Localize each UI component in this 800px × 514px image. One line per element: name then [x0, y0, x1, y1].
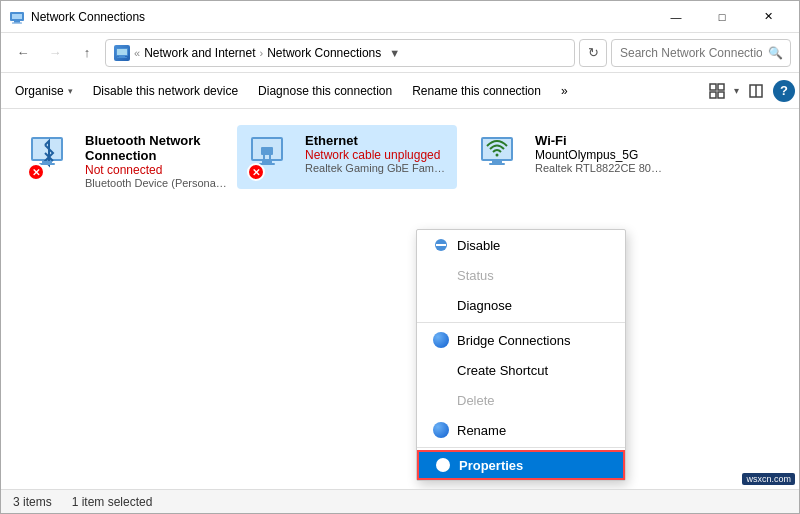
ctx-bridge-label: Bridge Connections	[457, 333, 609, 348]
ctx-diagnose-icon	[433, 297, 449, 313]
refresh-button[interactable]: ↻	[579, 39, 607, 67]
content-area: ✕ Bluetooth Network Connection Not conne…	[1, 109, 799, 489]
svg-rect-21	[261, 147, 273, 155]
diagnose-button[interactable]: Diagnose this connection	[248, 76, 402, 106]
organise-chevron: ▾	[68, 86, 73, 96]
selected-count: 1 item selected	[72, 495, 153, 509]
bridge-icon	[433, 332, 449, 348]
rename-label: Rename this connection	[412, 84, 541, 98]
preview-icon	[748, 83, 764, 99]
up-button[interactable]: ↑	[73, 39, 101, 67]
svg-rect-8	[710, 84, 716, 90]
disable-icon	[433, 237, 449, 253]
window: Network Connections — □ ✕ ← → ↑ « Networ…	[0, 0, 800, 514]
ethernet-status: Network cable unplugged	[305, 148, 447, 162]
bridge-blue-icon	[433, 332, 449, 348]
breadcrumb-icon	[114, 45, 130, 61]
breadcrumb-dropdown[interactable]: ▼	[385, 47, 404, 59]
ctx-rename[interactable]: Rename	[417, 415, 625, 445]
properties-gear-icon	[436, 458, 450, 472]
rename-button[interactable]: Rename this connection	[402, 76, 551, 106]
back-button[interactable]: ←	[9, 39, 37, 67]
ctx-properties-label: Properties	[459, 458, 607, 473]
ctx-delete-label: Delete	[457, 393, 609, 408]
svg-rect-3	[12, 22, 22, 23]
ethernet-info: Ethernet Network cable unplugged Realtek…	[305, 133, 447, 174]
help-button[interactable]: ?	[773, 80, 795, 102]
breadcrumb-chevron-1: «	[134, 47, 140, 59]
network-items-panel: ✕ Bluetooth Network Connection Not conne…	[1, 109, 799, 489]
view-chevron: ▾	[734, 85, 739, 96]
address-bar: ← → ↑ « Network and Internet › Network C…	[1, 33, 799, 73]
more-button[interactable]: »	[551, 76, 578, 106]
breadcrumb-part-2[interactable]: Network Connections	[267, 46, 381, 60]
close-button[interactable]: ✕	[745, 1, 791, 33]
window-title: Network Connections	[31, 10, 653, 24]
svg-rect-11	[718, 92, 724, 98]
svg-rect-2	[14, 21, 20, 23]
svg-rect-6	[119, 56, 125, 57]
ethernet-icon-wrap: ✕	[247, 133, 295, 181]
ctx-bridge[interactable]: Bridge Connections	[417, 325, 625, 355]
organise-button[interactable]: Organise ▾	[5, 76, 83, 106]
ctx-status[interactable]: Status	[417, 260, 625, 290]
properties-icon	[435, 457, 451, 473]
ctx-status-icon	[433, 267, 449, 283]
diagnose-label: Diagnose this connection	[258, 84, 392, 98]
ctx-shortcut-label: Create Shortcut	[457, 363, 609, 378]
svg-rect-28	[492, 161, 502, 163]
wifi-info: Wi-Fi MountOlympus_5G Realtek RTL8822CE …	[535, 133, 667, 174]
svg-rect-9	[718, 84, 724, 90]
ctx-rename-icon	[433, 422, 449, 438]
ctx-disable[interactable]: Disable	[417, 230, 625, 260]
svg-rect-29	[489, 163, 505, 165]
bluetooth-icon-wrap: ✕	[27, 133, 75, 181]
svg-rect-1	[12, 14, 22, 19]
forward-button[interactable]: →	[41, 39, 69, 67]
maximize-button[interactable]: □	[699, 1, 745, 33]
breadcrumb-chevron-2: ›	[260, 47, 264, 59]
bluetooth-error-icon: ✕	[27, 163, 45, 181]
breadcrumb-part-1[interactable]: Network and Internet	[144, 46, 255, 60]
wifi-monitor-icon	[477, 133, 517, 173]
svg-rect-10	[710, 92, 716, 98]
wifi-name: Wi-Fi	[535, 133, 667, 148]
organise-label: Organise	[15, 84, 64, 98]
bluetooth-info: Bluetooth Network Connection Not connect…	[85, 133, 227, 189]
ctx-diagnose-label: Diagnose	[457, 298, 609, 313]
svg-rect-7	[117, 57, 127, 58]
ctx-separator-1	[417, 322, 625, 323]
search-input[interactable]	[611, 39, 791, 67]
ctx-properties[interactable]: Properties	[417, 450, 625, 480]
view-toggle-button[interactable]	[702, 76, 732, 106]
watermark-badge: wsxcn.com	[742, 473, 795, 485]
ethernet-adapter: Realtek Gaming GbE Family Contr...	[305, 162, 447, 174]
disable-label: Disable this network device	[93, 84, 238, 98]
status-bar: 3 items 1 item selected	[1, 489, 799, 513]
minimize-button[interactable]: —	[653, 1, 699, 33]
bluetooth-adapter: Bluetooth Device (Personal Area ...	[85, 177, 227, 189]
network-item-bluetooth[interactable]: ✕ Bluetooth Network Connection Not conne…	[17, 125, 237, 197]
svg-rect-5	[117, 49, 127, 55]
disable-svg-icon	[434, 238, 448, 252]
ctx-shortcut-icon	[433, 362, 449, 378]
title-bar: Network Connections — □ ✕	[1, 1, 799, 33]
ctx-separator-2	[417, 447, 625, 448]
search-icon: 🔍	[768, 46, 783, 60]
wifi-adapter: Realtek RTL8822CE 802.11ac PCIe ...	[535, 162, 667, 174]
preview-button[interactable]	[741, 76, 771, 106]
ctx-diagnose[interactable]: Diagnose	[417, 290, 625, 320]
ctx-disable-label: Disable	[457, 238, 609, 253]
network-item-wifi[interactable]: Wi-Fi MountOlympus_5G Realtek RTL8822CE …	[457, 125, 677, 189]
network-item-ethernet[interactable]: ✕ Ethernet Network cable unplugged Realt…	[237, 125, 457, 189]
disable-button[interactable]: Disable this network device	[83, 76, 248, 106]
bluetooth-name: Bluetooth Network Connection	[85, 133, 227, 163]
ctx-delete[interactable]: Delete	[417, 385, 625, 415]
svg-rect-24	[262, 161, 272, 163]
wifi-status: MountOlympus_5G	[535, 148, 667, 162]
ctx-rename-label: Rename	[457, 423, 609, 438]
svg-rect-22	[263, 155, 265, 159]
view-toggle-icon	[709, 83, 725, 99]
breadcrumb-bar: « Network and Internet › Network Connect…	[105, 39, 575, 67]
ctx-shortcut[interactable]: Create Shortcut	[417, 355, 625, 385]
